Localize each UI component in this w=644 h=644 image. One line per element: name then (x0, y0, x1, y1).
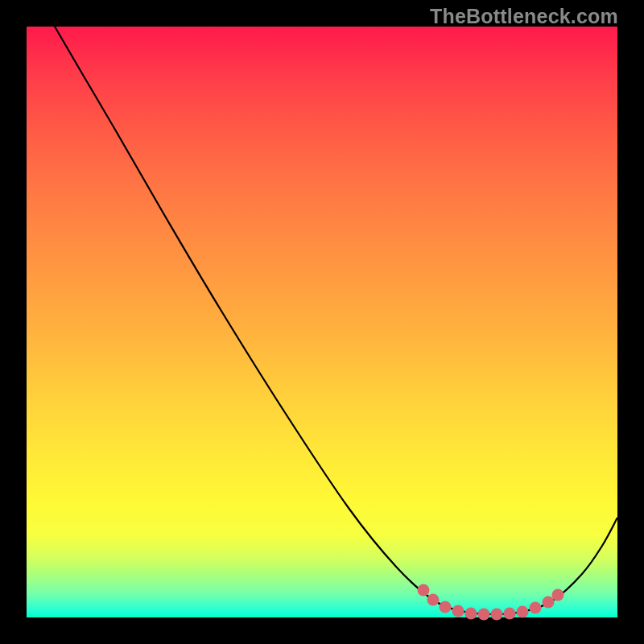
bottom-dot (552, 589, 564, 601)
bottom-dot (478, 609, 490, 621)
chart-frame: TheBottleneck.com (0, 0, 644, 644)
bottom-dot (517, 606, 529, 618)
chart-svg (27, 27, 617, 617)
chart-plot-area (27, 27, 617, 617)
bottom-dot (530, 602, 542, 614)
bottom-dot (465, 608, 477, 620)
bottom-dot (440, 601, 452, 613)
bottom-dot (427, 594, 440, 606)
bottom-dot (418, 584, 430, 597)
watermark-text: TheBottleneck.com (430, 5, 618, 28)
bottom-dot (452, 605, 464, 617)
bottom-dot (543, 597, 555, 609)
bottom-dot (504, 608, 516, 620)
curve-line (55, 27, 617, 614)
bottom-dot (491, 609, 503, 621)
